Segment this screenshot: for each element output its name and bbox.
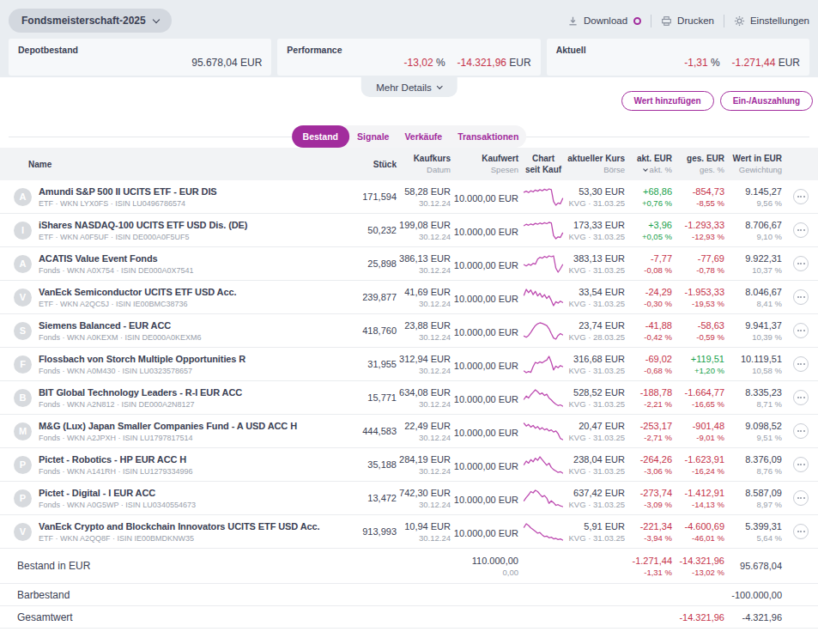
- sparkline-chart: [523, 286, 564, 308]
- fund-subtitle: ETF · WKN A0F5UF · ISIN DE000A0F5UF5: [39, 233, 247, 241]
- col-wert[interactable]: Wert in EUR: [732, 154, 782, 163]
- akt-eur-cell: -264,26-3,06 %: [625, 454, 672, 476]
- table-row: A ACATIS Value Event Fonds Fonds · WKN A…: [0, 247, 818, 281]
- sparkline-chart: [523, 420, 564, 442]
- portfolio-selector[interactable]: Fondsmeisterschaft-2025: [9, 9, 172, 33]
- fund-name-cell: F Flossbach von Storch Multiple Opportun…: [14, 354, 335, 375]
- table-row: V VanEck Crypto and Blockchain Innovator…: [0, 515, 818, 549]
- tab-transaktionen[interactable]: Transaktionen: [450, 125, 526, 148]
- aktueller-kurs-cell: 23,74 EURKVG · 28.03.25: [568, 320, 625, 342]
- kaufwert-value: 10.000,00 EUR: [451, 528, 518, 538]
- fund-name[interactable]: BIT Global Technology Leaders - R-I EUR …: [39, 387, 242, 398]
- fund-name-cell: I iShares NASDAQ-100 UCITS ETF USD Dis. …: [14, 220, 335, 241]
- footer-label: Barbestand: [14, 589, 335, 601]
- performance-label: Performance: [287, 45, 530, 55]
- kaufwert-value: 10.000,00 EUR: [451, 294, 518, 304]
- fund-name-cell: P Pictet - Robotics - HP EUR ACC H Fonds…: [14, 454, 335, 476]
- row-menu-button[interactable]: [793, 457, 809, 472]
- row-menu-button[interactable]: [793, 390, 809, 405]
- wert-cell: 10.119,5110,58 %: [724, 354, 782, 375]
- aktuell-amount: -1.271,44 EUR: [732, 57, 800, 69]
- avatar: P: [14, 489, 32, 507]
- tab-bestand[interactable]: Bestand: [292, 125, 349, 148]
- fund-name[interactable]: iShares NASDAQ-100 UCITS ETF USD Dis. (D…: [39, 220, 247, 230]
- row-menu-button[interactable]: [793, 222, 809, 238]
- avatar: P: [14, 456, 32, 474]
- tab-verkäufe[interactable]: Verkäufe: [397, 125, 450, 148]
- row-menu-button[interactable]: [793, 256, 809, 271]
- col-ges-eur[interactable]: ges. EUR: [687, 154, 724, 163]
- depot-balance-card: Depotbestand 95.678,04 EUR: [9, 39, 271, 76]
- performance-amount: -14.321,96 EUR: [457, 57, 531, 69]
- chart-cell: [518, 453, 568, 476]
- stueck-value: 171,594: [335, 191, 397, 202]
- gear-icon: [734, 15, 745, 27]
- sparkline-chart: [523, 252, 564, 275]
- ges-eur-cell: -1.623,91-16,24 %: [672, 454, 724, 476]
- download-badge: [633, 17, 641, 25]
- print-label: Drucken: [677, 15, 714, 26]
- more-details-button[interactable]: Mehr Details: [361, 77, 457, 97]
- col-kurs[interactable]: aktueller Kurs: [567, 154, 625, 163]
- row-menu-button[interactable]: [793, 524, 809, 539]
- row-menu-button[interactable]: [793, 323, 809, 338]
- fund-name-cell: S Siemens Balanced - EUR ACC Fonds · WKN…: [14, 320, 335, 342]
- col-akt-eur[interactable]: akt. EUR: [637, 154, 672, 163]
- col-kaufkurs[interactable]: Kaufkurs: [414, 154, 451, 163]
- print-button[interactable]: Drucken: [661, 15, 714, 27]
- row-menu-button[interactable]: [793, 356, 809, 372]
- aktueller-kurs-cell: 33,54 EURKVG · 31.03.25: [568, 287, 625, 308]
- akt-eur-cell: -7,77-0,08 %: [625, 253, 672, 275]
- fund-name[interactable]: Amundi S&P 500 II UCITS ETF - EUR DIS: [39, 186, 217, 197]
- settings-button[interactable]: Einstellungen: [734, 15, 809, 27]
- add-value-button[interactable]: Wert hinzufügen: [621, 91, 714, 111]
- aktueller-kurs-cell: 383,13 EURKVG · 31.03.25: [568, 253, 625, 275]
- avatar: S: [14, 322, 32, 340]
- fund-name[interactable]: Flossbach von Storch Multiple Opportunit…: [39, 354, 245, 364]
- separator: [724, 15, 724, 27]
- kaufkurs-cell: 41,69 EUR30.12.24: [397, 287, 451, 308]
- avatar: F: [14, 355, 32, 374]
- sparkline-chart: [523, 353, 564, 375]
- deposit-withdraw-button[interactable]: Ein-/Auszahlung: [720, 91, 813, 111]
- row-menu-button[interactable]: [793, 289, 809, 305]
- row-menu-button[interactable]: [793, 189, 809, 204]
- akt-eur-cell: +68,86+0,76 %: [625, 186, 672, 208]
- wert-cell: 9.922,3110,37 %: [724, 253, 782, 275]
- tab-signale[interactable]: Signale: [349, 125, 397, 148]
- fund-subtitle: Fonds · WKN A0KEXM · ISIN DE000A0KEXM6: [39, 333, 202, 342]
- separator: [651, 15, 651, 27]
- col-name[interactable]: Name: [14, 160, 52, 169]
- fund-name[interactable]: Pictet - Robotics - HP EUR ACC H: [39, 454, 193, 465]
- table-row: S Siemens Balanced - EUR ACC Fonds · WKN…: [0, 314, 818, 348]
- kaufwert-value: 10.000,00 EUR: [451, 495, 518, 505]
- fund-name-cell: P Pictet - Digital - I EUR ACC Fonds · W…: [14, 488, 335, 509]
- footer-ges-cell: -14.321,96-13,02 %: [672, 556, 724, 577]
- tabs-row: BestandSignaleVerkäufeTransaktionen: [0, 125, 818, 148]
- table-row: B BIT Global Technology Leaders - R-I EU…: [0, 381, 818, 415]
- fund-name[interactable]: M&G (Lux) Japan Smaller Companies Fund -…: [39, 421, 297, 431]
- chevron-down-icon: [437, 82, 443, 88]
- fund-name[interactable]: Siemens Balanced - EUR ACC: [39, 320, 202, 331]
- akt-eur-cell: -41,88-0,42 %: [625, 320, 672, 342]
- footer-wert: -4.321,96: [724, 612, 782, 623]
- stueck-value: 35,188: [335, 459, 397, 470]
- fund-name[interactable]: ACATIS Value Event Fonds: [39, 253, 194, 264]
- row-menu-button[interactable]: [793, 490, 809, 506]
- chart-cell: [518, 252, 568, 275]
- download-button[interactable]: Download: [567, 15, 641, 27]
- row-menu-button[interactable]: [793, 423, 809, 439]
- kaufwert-value: 10.000,00 EUR: [451, 327, 518, 337]
- chart-cell: [518, 185, 568, 208]
- fund-name-cell: V VanEck Semiconductor UCITS ETF USD Acc…: [14, 287, 335, 308]
- col-kaufwert[interactable]: Kaufwert: [482, 154, 518, 163]
- fund-name[interactable]: VanEck Crypto and Blockchain Innovators …: [39, 521, 320, 532]
- fund-name[interactable]: Pictet - Digital - I EUR ACC: [39, 488, 196, 498]
- fund-name[interactable]: VanEck Semiconductor UCITS ETF USD Acc.: [39, 287, 236, 297]
- akt-eur-cell: -273,74-3,09 %: [625, 488, 672, 509]
- col-stueck[interactable]: Stück: [373, 160, 397, 169]
- fund-subtitle: Fonds · WKN A0X754 · ISIN DE000A0X7541: [39, 266, 194, 275]
- kaufkurs-cell: 284,19 EUR30.12.24: [397, 454, 451, 476]
- aktueller-kurs-cell: 637,42 EURKVG · 31.03.25: [568, 488, 625, 509]
- settings-label: Einstellungen: [750, 15, 809, 26]
